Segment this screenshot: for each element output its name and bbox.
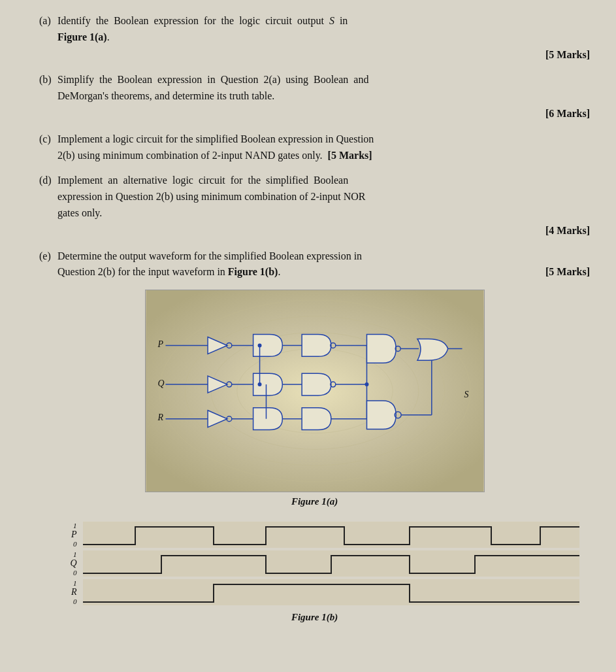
svg-text:P: P xyxy=(157,340,163,350)
figure-1a-container: P Q R S xyxy=(39,290,590,507)
waveform-q-svg xyxy=(80,550,583,577)
q-label-d: (d) xyxy=(39,173,57,189)
question-c: (c) Implement a logic circuit for the si… xyxy=(39,131,590,164)
question-a: (a) Identify the Boolean expression for … xyxy=(39,13,590,63)
q-label-c: (c) xyxy=(39,131,57,148)
marks-a: [5 Marks] xyxy=(57,47,590,63)
q-label-a: (a) xyxy=(39,13,57,29)
signal-q-label: Q xyxy=(70,558,76,569)
question-e: (e) Determine the output waveform for th… xyxy=(39,248,590,281)
svg-point-41 xyxy=(365,382,368,386)
waveform-p: 1 P 0 xyxy=(60,522,583,548)
q-text-a: Identify the Boolean expression for the … xyxy=(57,13,590,63)
q-label-e: (e) xyxy=(39,248,57,265)
fig-1a-label: Figure 1(a) xyxy=(291,496,338,507)
question-d: (d) Implement an alternative logic circu… xyxy=(39,173,590,239)
q-text-c: Implement a logic circuit for the simpli… xyxy=(57,131,590,164)
signal-r-label: R xyxy=(71,587,77,597)
figure-1b-container: 1 P 0 1 Q 0 xyxy=(39,515,590,623)
q-text-e: Determine the output waveform for the si… xyxy=(57,248,590,281)
question-b: (b) Simplify the Boolean expression in Q… xyxy=(39,72,590,122)
svg-text:R: R xyxy=(157,412,163,422)
waveform-r-svg xyxy=(80,579,583,605)
signal-p-label: P xyxy=(71,529,77,540)
svg-text:Q: Q xyxy=(157,378,164,388)
fig-1b-label: Figure 1(b) xyxy=(291,612,338,623)
svg-point-39 xyxy=(257,344,261,348)
waveform-diagram: 1 P 0 1 Q 0 xyxy=(47,522,583,608)
marks-d: [4 Marks] xyxy=(57,223,590,239)
q-label-b: (b) xyxy=(39,72,57,88)
q-text-b: Simplify the Boolean expression in Quest… xyxy=(57,72,590,122)
marks-b: [6 Marks] xyxy=(57,106,590,122)
circuit-svg: P Q R S xyxy=(146,290,484,492)
svg-point-40 xyxy=(257,382,261,386)
circuit-diagram: P Q R S xyxy=(145,290,485,492)
waveform-r: 1 R 0 xyxy=(60,579,583,605)
waveform-p-svg xyxy=(80,522,583,548)
q-text-d: Implement an alternative logic circuit f… xyxy=(57,173,590,239)
waveform-q: 1 Q 0 xyxy=(60,550,583,577)
svg-text:S: S xyxy=(464,390,468,399)
